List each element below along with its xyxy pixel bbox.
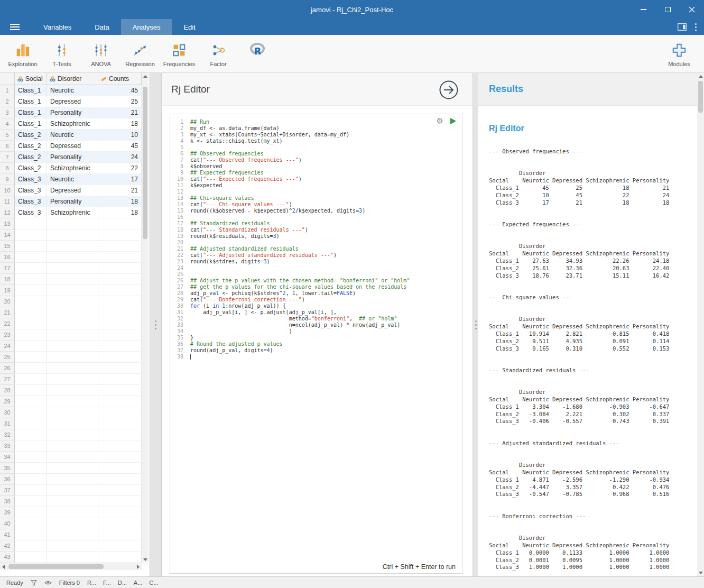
- cell-disorder[interactable]: [47, 552, 98, 563]
- cell-counts[interactable]: 10: [98, 130, 142, 141]
- cell-disorder[interactable]: [47, 507, 98, 518]
- cell-disorder[interactable]: Depressed: [47, 185, 98, 196]
- ribbon-regression-button[interactable]: Regression: [121, 35, 160, 72]
- cell-social[interactable]: [15, 429, 47, 440]
- cell-social[interactable]: [15, 252, 47, 263]
- cell-counts[interactable]: 25: [98, 96, 142, 107]
- cell-disorder[interactable]: [47, 352, 98, 363]
- cell-counts[interactable]: [98, 452, 142, 463]
- tab-edit[interactable]: Edit: [172, 19, 207, 35]
- cell-social[interactable]: [15, 507, 47, 518]
- cell-counts[interactable]: [98, 429, 142, 440]
- cell-counts[interactable]: 21: [98, 185, 142, 196]
- row-number[interactable]: 43: [0, 552, 15, 563]
- row-number[interactable]: 18: [0, 274, 15, 285]
- cell-disorder[interactable]: [47, 241, 98, 252]
- minimize-button[interactable]: [631, 0, 655, 19]
- cell-social[interactable]: [15, 485, 47, 496]
- cell-counts[interactable]: [98, 496, 142, 507]
- cell-disorder[interactable]: [47, 396, 98, 407]
- cell-social[interactable]: Class_3: [15, 185, 47, 196]
- cell-social[interactable]: Class_1: [15, 118, 47, 130]
- cell-social[interactable]: [15, 385, 47, 396]
- ribbon-frequencies-button[interactable]: Frequencies: [160, 35, 199, 72]
- cell-disorder[interactable]: [47, 440, 98, 452]
- cell-counts[interactable]: [98, 418, 142, 429]
- row-number[interactable]: 19: [0, 285, 15, 296]
- cell-counts[interactable]: [98, 463, 142, 474]
- cell-social[interactable]: [15, 241, 47, 252]
- cell-social[interactable]: [15, 352, 47, 363]
- ribbon-r-button[interactable]: R: [238, 35, 277, 72]
- cell-social[interactable]: [15, 463, 47, 474]
- cell-disorder[interactable]: [47, 485, 98, 496]
- row-number[interactable]: 38: [0, 496, 15, 507]
- cell-counts[interactable]: [98, 241, 142, 252]
- cell-counts[interactable]: 17: [98, 174, 142, 185]
- cell-social[interactable]: [15, 341, 47, 352]
- cell-social[interactable]: Class_3: [15, 207, 47, 218]
- row-number[interactable]: 5: [0, 130, 15, 141]
- cell-social[interactable]: [15, 552, 47, 563]
- collapse-options-arrow-button[interactable]: [439, 80, 459, 100]
- cell-disorder[interactable]: [47, 252, 98, 263]
- maximize-button[interactable]: [655, 0, 680, 19]
- cell-social[interactable]: [15, 407, 47, 418]
- cell-social[interactable]: [15, 518, 47, 529]
- row-number[interactable]: 34: [0, 452, 15, 463]
- cell-social[interactable]: Class_3: [15, 174, 47, 185]
- row-number[interactable]: 16: [0, 252, 15, 263]
- cell-social[interactable]: [15, 418, 47, 429]
- cell-social[interactable]: Class_2: [15, 141, 47, 152]
- panel-splitter[interactable]: [473, 73, 478, 576]
- row-number[interactable]: 33: [0, 440, 15, 452]
- cell-disorder[interactable]: [47, 296, 98, 307]
- scrollbar-down-arrow[interactable]: [142, 556, 149, 563]
- row-number[interactable]: 30: [0, 407, 15, 418]
- close-button[interactable]: [680, 0, 704, 19]
- cell-counts[interactable]: [98, 252, 142, 263]
- cell-counts[interactable]: [98, 296, 142, 307]
- row-number[interactable]: 26: [0, 363, 15, 374]
- run-play-icon[interactable]: [450, 117, 457, 125]
- cell-disorder[interactable]: [47, 452, 98, 463]
- cell-disorder[interactable]: Depressed: [47, 96, 98, 107]
- cell-disorder[interactable]: [47, 285, 98, 296]
- row-number[interactable]: 6: [0, 141, 15, 152]
- kebab-menu-icon[interactable]: [695, 23, 697, 31]
- cell-counts[interactable]: [98, 229, 142, 241]
- cell-counts[interactable]: [98, 363, 142, 374]
- cell-disorder[interactable]: [47, 329, 98, 341]
- cell-counts[interactable]: [98, 474, 142, 485]
- cell-disorder[interactable]: [47, 518, 98, 529]
- cell-disorder[interactable]: [47, 540, 98, 552]
- cell-counts[interactable]: [98, 540, 142, 552]
- cell-social[interactable]: [15, 496, 47, 507]
- cell-counts[interactable]: [98, 407, 142, 418]
- cell-social[interactable]: Class_1: [15, 107, 47, 118]
- scrollbar-thumb[interactable]: [143, 87, 147, 239]
- cell-social[interactable]: Class_1: [15, 96, 47, 107]
- cell-social[interactable]: [15, 218, 47, 229]
- results-panel-toggle-icon[interactable]: [678, 23, 687, 31]
- cell-social[interactable]: [15, 329, 47, 341]
- cell-disorder[interactable]: [47, 229, 98, 241]
- spreadsheet-horizontal-scrollbar[interactable]: [0, 563, 142, 570]
- cell-counts[interactable]: [98, 263, 142, 274]
- cell-counts[interactable]: [98, 341, 142, 352]
- cell-counts[interactable]: 18: [98, 196, 142, 207]
- scrollbar-right-arrow[interactable]: [135, 563, 142, 570]
- eye-icon[interactable]: [44, 580, 52, 586]
- scrollbar-left-arrow[interactable]: [0, 563, 7, 570]
- code-editor[interactable]: ⚙ 1## Run2my_df <- as.data.frame(data)3m…: [170, 114, 462, 574]
- cell-social[interactable]: [15, 296, 47, 307]
- cell-disorder[interactable]: [47, 374, 98, 385]
- cell-counts[interactable]: [98, 218, 142, 229]
- cell-disorder[interactable]: [47, 318, 98, 329]
- row-number[interactable]: 36: [0, 474, 15, 485]
- row-number[interactable]: 20: [0, 296, 15, 307]
- cell-social[interactable]: [15, 263, 47, 274]
- cell-disorder[interactable]: [47, 341, 98, 352]
- cell-disorder[interactable]: [47, 496, 98, 507]
- row-number[interactable]: 4: [0, 118, 15, 130]
